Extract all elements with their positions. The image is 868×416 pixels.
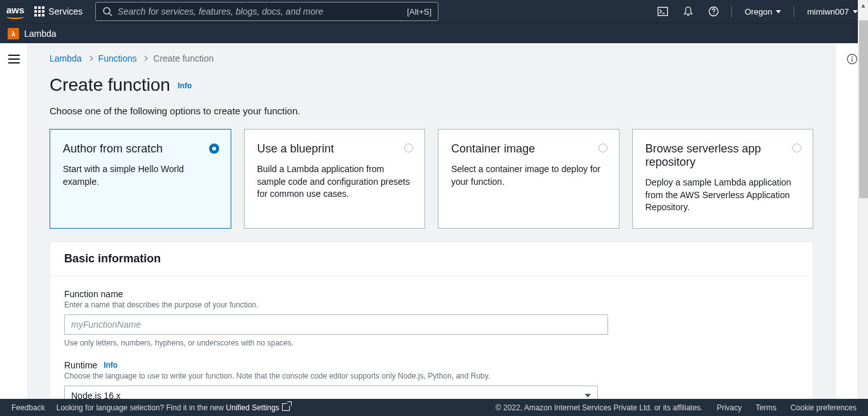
svg-rect-2 (658, 8, 667, 16)
terms-link[interactable]: Terms (756, 403, 776, 412)
search-shortcut: [Alt+S] (407, 7, 431, 17)
svg-point-6 (713, 13, 714, 15)
page-scrollbar[interactable]: ▲ (858, 0, 868, 399)
chevron-right-icon (142, 56, 147, 61)
runtime-label: Runtime (64, 360, 97, 370)
main-content: Lambda Functions Create function Create … (28, 43, 835, 399)
scrollbar-thumb[interactable] (859, 20, 868, 198)
feedback-link[interactable]: Feedback (11, 403, 45, 412)
panel-heading: Basic information (64, 252, 799, 265)
region-selector[interactable]: Oregon (741, 7, 785, 17)
function-name-constraint: Use only letters, numbers, hyphens, or u… (64, 339, 799, 347)
radio-unselected-icon (792, 144, 801, 152)
breadcrumb-current: Create function (153, 53, 214, 64)
privacy-link[interactable]: Privacy (717, 403, 742, 412)
username-label: mimiwn007 (807, 7, 849, 17)
option-serverless-repo[interactable]: Browse serverless app repository Deploy … (632, 129, 814, 229)
account-menu[interactable]: mimiwn007 (803, 7, 862, 17)
option-title: Author from scratch (63, 142, 218, 156)
unified-settings-link[interactable]: Unified Settings (226, 403, 290, 412)
breadcrumb-functions[interactable]: Functions (98, 53, 137, 64)
option-desc: Build a Lambda application from sample c… (257, 163, 412, 201)
runtime-desc: Choose the language to use to write your… (64, 372, 799, 380)
info-link[interactable]: Info (178, 81, 192, 90)
field-runtime: Runtime Info Choose the language to use … (64, 360, 799, 399)
global-nav: aws Services Search for services, featur… (0, 0, 868, 23)
hamburger-icon (8, 55, 20, 399)
service-name[interactable]: Lambda (24, 29, 57, 39)
radio-selected-icon (209, 144, 219, 154)
svg-point-0 (104, 8, 110, 14)
cloudshell-icon (657, 6, 668, 17)
page-title: Create function (50, 75, 170, 95)
function-name-label: Function name (64, 289, 799, 299)
function-name-desc: Enter a name that describes the purpose … (64, 300, 799, 309)
radio-unselected-icon (599, 144, 607, 152)
language-hint: Looking for language selection? Find it … (57, 403, 290, 412)
radio-unselected-icon (404, 144, 413, 152)
search-icon (102, 6, 112, 17)
svg-point-8 (851, 57, 853, 58)
runtime-select[interactable]: Node.js 16.x (64, 386, 598, 399)
notifications-button[interactable] (679, 3, 697, 20)
basic-information-panel: Basic information Function name Enter a … (50, 241, 813, 399)
option-container-image[interactable]: Container image Select a container image… (438, 129, 620, 229)
console-footer: Feedback Looking for language selection?… (0, 399, 868, 416)
help-button[interactable] (705, 3, 722, 20)
caret-down-icon (585, 394, 591, 398)
option-desc: Start with a simple Hello World example. (63, 163, 218, 188)
breadcrumb-lambda[interactable]: Lambda (50, 53, 82, 64)
help-icon (708, 6, 719, 17)
option-desc: Deploy a sample Lambda application from … (646, 177, 801, 214)
creation-options: Author from scratch Start with a simple … (50, 129, 813, 229)
grid-icon (34, 6, 44, 17)
region-label: Oregon (745, 7, 772, 17)
svg-line-1 (109, 13, 112, 16)
aws-logo[interactable]: aws (6, 4, 24, 19)
caret-down-icon (853, 10, 858, 13)
sidebar-toggle[interactable] (0, 43, 28, 399)
service-bar: λ Lambda (0, 23, 868, 43)
search-placeholder: Search for services, features, blogs, do… (118, 6, 407, 17)
external-link-icon (282, 403, 290, 411)
option-title: Container image (451, 142, 606, 156)
breadcrumb: Lambda Functions Create function (50, 53, 813, 64)
option-title: Browse serverless app repository (646, 142, 801, 169)
runtime-info-link[interactable]: Info (104, 361, 118, 370)
global-search[interactable]: Search for services, features, blogs, do… (95, 2, 438, 21)
cookie-preferences-link[interactable]: Cookie preferences (790, 403, 857, 412)
function-name-input[interactable] (64, 314, 608, 335)
chevron-right-icon (87, 56, 92, 61)
option-title: Use a blueprint (257, 142, 412, 156)
lambda-service-icon[interactable]: λ (8, 28, 19, 39)
info-circle-icon (846, 53, 858, 65)
field-function-name: Function name Enter a name that describe… (64, 289, 799, 347)
page-subtitle: Choose one of the following options to c… (50, 105, 813, 116)
cloudshell-button[interactable] (654, 3, 672, 20)
runtime-value: Node.js 16.x (71, 391, 121, 399)
copyright-text: © 2022, Amazon Internet Services Private… (496, 403, 703, 412)
services-menu[interactable]: Services (34, 6, 83, 17)
services-label: Services (48, 6, 83, 17)
caret-down-icon (776, 10, 781, 13)
option-use-blueprint[interactable]: Use a blueprint Build a Lambda applicati… (244, 129, 426, 229)
scroll-up-arrow-icon[interactable]: ▲ (858, 0, 868, 10)
bell-icon (682, 6, 694, 17)
option-author-from-scratch[interactable]: Author from scratch Start with a simple … (50, 129, 231, 229)
option-desc: Select a container image to deploy for y… (451, 163, 606, 188)
